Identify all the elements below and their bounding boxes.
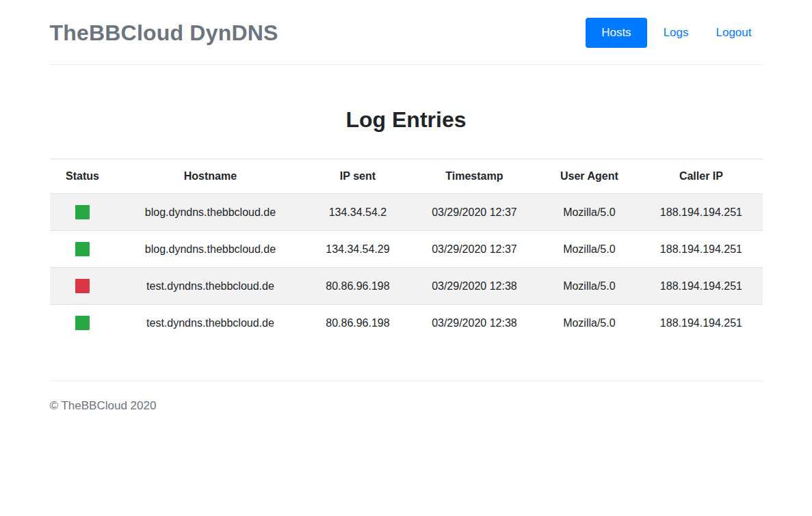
page-title: Log Entries xyxy=(50,107,763,133)
ip-sent-cell: 80.86.96.198 xyxy=(305,305,410,342)
site-footer: © TheBBCloud 2020 xyxy=(50,381,763,413)
table-header-row: Status Hostname IP sent Timestamp User A… xyxy=(50,159,763,194)
ip-sent-cell: 134.34.54.29 xyxy=(305,231,410,268)
nav-logout-link[interactable]: Logout xyxy=(705,18,763,48)
status-indicator-icon xyxy=(75,316,90,330)
user-agent-cell: Mozilla/5.0 xyxy=(538,268,640,305)
ip-sent-cell: 134.34.54.2 xyxy=(305,194,410,231)
table-row: test.dyndns.thebbcloud.de 80.86.96.198 0… xyxy=(50,268,763,305)
page-container: TheBBCloud DynDNS Hosts Logs Logout Log … xyxy=(50,0,763,413)
column-header-caller-ip: Caller IP xyxy=(640,159,762,194)
status-cell xyxy=(50,268,116,305)
user-agent-cell: Mozilla/5.0 xyxy=(538,305,640,342)
main-nav: Hosts Logs Logout xyxy=(586,18,762,48)
caller-ip-cell: 188.194.194.251 xyxy=(640,268,762,305)
caller-ip-cell: 188.194.194.251 xyxy=(640,231,762,268)
hostname-cell: blog.dyndns.thebbcloud.de xyxy=(115,194,305,231)
timestamp-cell: 03/29/2020 12:38 xyxy=(410,268,538,305)
copyright-text: © TheBBCloud 2020 xyxy=(50,399,763,413)
ip-sent-cell: 80.86.96.198 xyxy=(305,268,410,305)
column-header-timestamp: Timestamp xyxy=(410,159,538,194)
hostname-cell: blog.dyndns.thebbcloud.de xyxy=(115,231,305,268)
table-body: blog.dyndns.thebbcloud.de 134.34.54.2 03… xyxy=(50,194,763,342)
user-agent-cell: Mozilla/5.0 xyxy=(538,231,640,268)
column-header-user-agent: User Agent xyxy=(538,159,640,194)
timestamp-cell: 03/29/2020 12:38 xyxy=(410,305,538,342)
nav-logs-link[interactable]: Logs xyxy=(653,18,700,48)
timestamp-cell: 03/29/2020 12:37 xyxy=(410,194,538,231)
status-indicator-icon xyxy=(75,279,90,293)
status-cell xyxy=(50,231,116,268)
timestamp-cell: 03/29/2020 12:37 xyxy=(410,231,538,268)
hostname-cell: test.dyndns.thebbcloud.de xyxy=(115,268,305,305)
caller-ip-cell: 188.194.194.251 xyxy=(640,194,762,231)
column-header-hostname: Hostname xyxy=(115,159,305,194)
brand-title: TheBBCloud DynDNS xyxy=(50,21,278,46)
column-header-status: Status xyxy=(50,159,116,194)
main-content: Log Entries Status Hostname IP sent Time… xyxy=(50,107,763,341)
table-row: blog.dyndns.thebbcloud.de 134.34.54.2 03… xyxy=(50,194,763,231)
table-row: test.dyndns.thebbcloud.de 80.86.96.198 0… xyxy=(50,305,763,342)
column-header-ip-sent: IP sent xyxy=(305,159,410,194)
table-row: blog.dyndns.thebbcloud.de 134.34.54.29 0… xyxy=(50,231,763,268)
status-indicator-icon xyxy=(75,242,90,256)
table-header: Status Hostname IP sent Timestamp User A… xyxy=(50,159,763,194)
status-cell xyxy=(50,305,116,342)
log-entries-table: Status Hostname IP sent Timestamp User A… xyxy=(50,159,763,341)
caller-ip-cell: 188.194.194.251 xyxy=(640,305,762,342)
hostname-cell: test.dyndns.thebbcloud.de xyxy=(115,305,305,342)
user-agent-cell: Mozilla/5.0 xyxy=(538,194,640,231)
site-header: TheBBCloud DynDNS Hosts Logs Logout xyxy=(50,0,763,65)
status-indicator-icon xyxy=(75,205,90,219)
status-cell xyxy=(50,194,116,231)
nav-hosts-button[interactable]: Hosts xyxy=(586,18,646,48)
